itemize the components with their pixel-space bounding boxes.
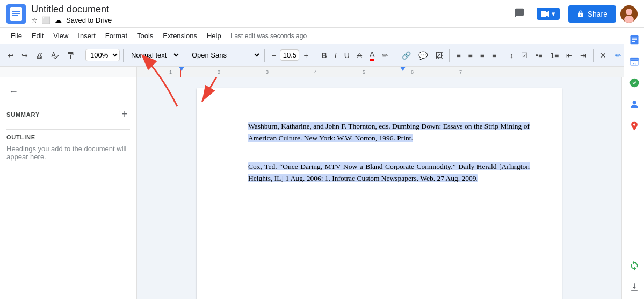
title-area: Untitled document ☆ ⬜ ☁ Saved to Drive: [31, 4, 511, 24]
title-meta: ☆ ⬜ ☁ Saved to Drive: [31, 16, 511, 24]
summary-section-header: SUMMARY +: [6, 108, 130, 120]
svg-text:31: 31: [632, 62, 636, 66]
download-button[interactable]: [626, 279, 643, 296]
cloud-icon: ☁: [55, 16, 62, 24]
outline-title: OUTLINE: [6, 134, 35, 140]
bold-button[interactable]: B: [319, 49, 330, 62]
image-button[interactable]: 🖼: [432, 49, 446, 62]
citation-2-text: Cox, Ted. “Once Daring, MTV Now a Bland …: [248, 162, 530, 182]
svg-line-10: [202, 77, 229, 102]
outline-section-header: OUTLINE: [6, 134, 130, 140]
separator-8: [503, 49, 503, 62]
align-right-button[interactable]: ≡: [477, 49, 488, 62]
meet-button[interactable]: ▾: [532, 5, 564, 22]
ruler-sidebar-spacer: [0, 67, 137, 77]
title-bar: Untitled document ☆ ⬜ ☁ Saved to Drive ▾…: [0, 0, 644, 28]
spell-check-button[interactable]: [47, 49, 62, 62]
print-button[interactable]: 🖨: [32, 49, 46, 62]
last-edit-text: Last edit was seconds ago: [231, 32, 307, 40]
citation-spacer: [229, 152, 530, 161]
svg-marker-5: [546, 11, 549, 17]
title-actions: ▾ Share: [511, 4, 638, 23]
document-area[interactable]: Washburn, Katharine, and John F. Thornto…: [137, 77, 621, 299]
svg-rect-17: [630, 60, 638, 61]
svg-rect-12: [632, 38, 637, 39]
style-selector[interactable]: Normal textTitleHeading 1Heading 2: [127, 49, 180, 61]
underline-button[interactable]: U: [341, 49, 353, 62]
svg-point-7: [626, 9, 632, 15]
svg-rect-1: [12, 11, 20, 12]
indent-increase-button[interactable]: ⇥: [577, 49, 590, 62]
redo-button[interactable]: ↪: [18, 49, 31, 62]
align-left-button[interactable]: ≡: [453, 49, 464, 62]
align-justify-button[interactable]: ≡: [489, 49, 500, 62]
menu-edit[interactable]: Edit: [27, 30, 48, 42]
folder-icon[interactable]: ⬜: [42, 16, 50, 24]
font-size-input[interactable]: [280, 49, 299, 61]
google-calendar-icon[interactable]: 31: [626, 53, 643, 70]
citation-2: Cox, Ted. “Once Daring, MTV Now a Bland …: [229, 161, 530, 184]
font-size-decrease[interactable]: −: [268, 49, 279, 62]
separator-3: [184, 49, 184, 62]
saved-text: Saved to Drive: [66, 16, 112, 24]
font-selector[interactable]: Open SansArialTimes New Roman: [187, 49, 261, 61]
clear-format-button[interactable]: ✕: [597, 49, 610, 62]
menu-format[interactable]: Format: [101, 30, 132, 42]
svg-point-20: [632, 101, 636, 104]
google-docs-panel-icon[interactable]: [626, 31, 643, 48]
paint-format-button[interactable]: [63, 49, 78, 62]
separator-6: [395, 49, 395, 62]
doc-page: Washburn, Katharine, and John F. Thornto…: [197, 88, 562, 299]
align-center-button[interactable]: ≡: [465, 49, 476, 62]
share-label: Share: [588, 10, 607, 18]
outline-section: OUTLINE Headings you add to the document…: [6, 134, 130, 161]
italic-button[interactable]: I: [331, 49, 340, 62]
google-maps-icon[interactable]: [626, 117, 643, 134]
ruler-right-margin-marker[interactable]: [400, 67, 406, 71]
font-size-increase[interactable]: +: [300, 49, 311, 62]
numbered-list-button[interactable]: 1≡: [547, 49, 562, 62]
summary-title: SUMMARY: [6, 111, 40, 118]
doc-title[interactable]: Untitled document: [31, 4, 511, 15]
comment-inline-button[interactable]: 💬: [415, 49, 431, 62]
separator-7: [449, 49, 450, 62]
ruler: 1 2 3 4 5 6 7: [137, 67, 644, 77]
line-spacing-button[interactable]: ↕: [506, 49, 517, 62]
undo-button[interactable]: ↩: [4, 49, 17, 62]
sync-button[interactable]: [626, 257, 643, 274]
menu-view[interactable]: View: [49, 30, 73, 42]
comment-button[interactable]: [511, 4, 528, 23]
ruler-indent-marker[interactable]: [179, 67, 184, 71]
svg-rect-4: [541, 11, 546, 17]
summary-section: SUMMARY +: [6, 108, 130, 120]
menu-tools[interactable]: Tools: [133, 30, 157, 42]
summary-add-button[interactable]: +: [119, 108, 130, 120]
bullet-list-button[interactable]: •≡: [532, 49, 546, 62]
menu-help[interactable]: Help: [202, 30, 226, 42]
svg-rect-2: [12, 13, 20, 14]
menu-insert[interactable]: Insert: [74, 30, 100, 42]
share-button[interactable]: Share: [568, 5, 616, 23]
svg-rect-14: [632, 41, 635, 42]
menu-file[interactable]: File: [6, 30, 26, 42]
separator-4: [264, 49, 265, 62]
star-icon[interactable]: ☆: [31, 16, 38, 24]
highlight-button[interactable]: ✏: [379, 49, 392, 62]
text-color-button[interactable]: A: [366, 48, 378, 63]
edit-mode-button[interactable]: ✏: [612, 49, 625, 62]
menu-bar: File Edit View Insert Format Tools Exten…: [0, 28, 644, 44]
indent-decrease-button[interactable]: ⇤: [563, 49, 576, 62]
google-panel: 31: [624, 28, 644, 299]
google-tasks-icon[interactable]: [626, 74, 643, 91]
link-button[interactable]: 🔗: [399, 49, 414, 62]
separator-9: [593, 49, 594, 62]
checklist-button[interactable]: ☑: [518, 49, 531, 62]
separator-1: [82, 49, 82, 62]
user-avatar[interactable]: [620, 5, 638, 23]
strikethrough-button[interactable]: A: [354, 49, 365, 62]
sidebar-back-button[interactable]: ←: [6, 84, 20, 99]
menu-extensions[interactable]: Extensions: [158, 30, 201, 42]
citation-1-text: Washburn, Katharine, and John F. Thornto…: [248, 122, 530, 142]
zoom-selector[interactable]: 100%75%90%125%: [85, 49, 120, 61]
google-contacts-icon[interactable]: [626, 96, 643, 113]
